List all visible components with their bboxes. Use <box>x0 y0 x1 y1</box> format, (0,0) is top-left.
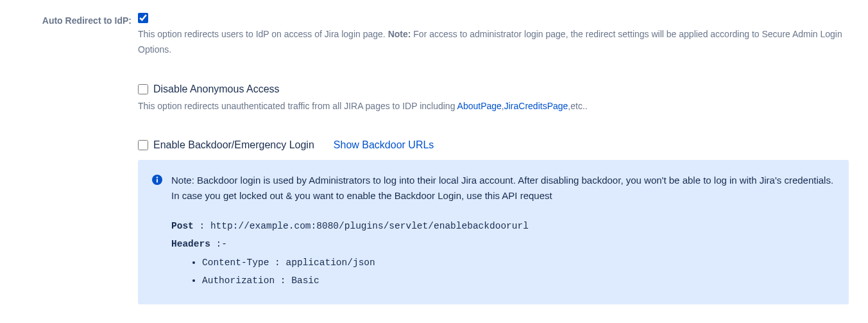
jira-credits-page-link[interactable]: JiraCreditsPage <box>504 101 568 111</box>
svg-rect-2 <box>157 179 158 183</box>
enable-backdoor-label: Enable Backdoor/Emergency Login <box>153 139 314 151</box>
info-icon <box>152 175 162 185</box>
header-item: Authorization : Basic <box>202 272 835 290</box>
backdoor-note-text: Note: Backdoor login is used by Administ… <box>171 173 835 204</box>
auto-redirect-help: This option redirects users to IdP on ac… <box>138 27 849 58</box>
disable-anonymous-checkbox[interactable] <box>138 84 148 94</box>
about-page-link[interactable]: AboutPage <box>457 101 502 111</box>
auto-redirect-label: Auto Redirect to IdP: <box>19 13 138 26</box>
auto-redirect-checkbox[interactable] <box>138 13 148 23</box>
backdoor-api-block: Post : http://example.com:8080/plugins/s… <box>171 218 835 253</box>
header-item: Content-Type : application/json <box>202 254 835 272</box>
backdoor-info-panel: Note: Backdoor login is used by Administ… <box>138 160 849 304</box>
svg-point-1 <box>157 177 158 179</box>
disable-anonymous-help: This option redirects unauthenticated tr… <box>138 99 849 114</box>
show-backdoor-urls-link[interactable]: Show Backdoor URLs <box>334 139 434 151</box>
enable-backdoor-checkbox[interactable] <box>138 140 148 150</box>
disable-anonymous-label: Disable Anonymous Access <box>153 83 280 95</box>
backdoor-headers-list: Content-Type : application/json Authoriz… <box>171 254 835 290</box>
